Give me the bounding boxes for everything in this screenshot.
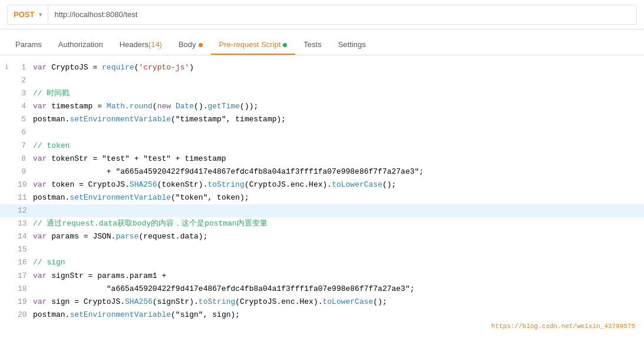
line-number: 10: [18, 178, 33, 191]
code-line: 11postman.setEnvironmentVariable("token"…: [0, 191, 644, 204]
tab-tests[interactable]: Tests: [295, 34, 329, 55]
line-content: var token = CryptoJS.SHA256(tokenStr).to…: [33, 178, 639, 191]
line-number: 5: [18, 113, 33, 126]
line-content: postman.setEnvironmentVariable("timestam…: [33, 113, 639, 126]
footer-link: https://blog.csdn.net/weixin_43799575: [491, 321, 635, 332]
line-content: // 时间戳: [33, 87, 639, 100]
tab-body-dot: [199, 43, 203, 47]
code-line: 7// token: [0, 140, 644, 153]
line-content: var params = JSON.parse(request.data);: [33, 230, 639, 243]
line-number: 2: [18, 74, 33, 87]
code-line: 5postman.setEnvironmentVariable("timesta…: [0, 113, 644, 126]
line-info: i: [5, 62, 14, 73]
tab-pre-request-script[interactable]: Pre-request Script: [211, 34, 296, 55]
chevron-down-icon: ▾: [39, 11, 42, 18]
code-line: 6: [0, 126, 644, 139]
line-number: 8: [18, 153, 33, 165]
code-line: 14var params = JSON.parse(request.data);: [0, 230, 644, 243]
code-line: 8var tokenStr = "test" + "test" + timest…: [0, 153, 644, 165]
code-line: 10var token = CryptoJS.SHA256(tokenStr).…: [0, 178, 644, 191]
line-number: 7: [18, 140, 33, 153]
line-content: + "a665a45920422f9d417e4867efdc4fb8a04a1…: [33, 165, 639, 178]
line-content: var CryptoJS = require('crypto-js'): [33, 61, 639, 74]
code-line: 19var sign = CryptoJS.SHA256(signStr).to…: [0, 296, 644, 309]
code-line: 13// 通过request.data获取body的内容，这个是postman内…: [0, 217, 644, 230]
line-number: 13: [18, 217, 33, 230]
code-line: i1var CryptoJS = require('crypto-js'): [0, 61, 644, 74]
line-content: var signStr = params.param1 +: [33, 270, 639, 283]
tab-settings-label: Settings: [338, 40, 366, 49]
line-number: 17: [18, 270, 33, 283]
code-line: 18 "a665a45920422f9d417e4867efdc4fb8a04a…: [0, 283, 644, 296]
code-line: 17var signStr = params.param1 +: [0, 270, 644, 283]
url-input[interactable]: [48, 5, 637, 25]
line-number: 11: [18, 191, 33, 204]
line-number: 1: [18, 61, 33, 74]
tab-params[interactable]: Params: [7, 34, 50, 55]
tab-pre-request-script-dot: [283, 43, 287, 47]
tab-tests-label: Tests: [303, 40, 321, 49]
line-content: postman.setEnvironmentVariable("sign", s…: [33, 309, 639, 322]
tab-headers-count: (14): [148, 40, 162, 49]
tab-headers-label: Headers: [120, 40, 148, 49]
line-number: 12: [18, 204, 33, 217]
tab-bar: Params Authorization Headers(14) Body Pr…: [0, 29, 644, 55]
top-bar: POST ▾: [0, 0, 644, 29]
line-content: var tokenStr = "test" + "test" + timesta…: [33, 153, 639, 165]
tab-settings[interactable]: Settings: [330, 34, 374, 55]
line-content: "a665a45920422f9d417e4867efdc4fb8a04a1f3…: [33, 283, 639, 296]
tab-body[interactable]: Body: [170, 34, 211, 55]
code-line: 20postman.setEnvironmentVariable("sign",…: [0, 309, 644, 322]
line-number: 6: [18, 126, 33, 139]
line-content: postman.setEnvironmentVariable("token", …: [33, 191, 639, 204]
line-number: 3: [18, 87, 33, 100]
method-label: POST: [14, 10, 34, 19]
code-line: 9 + "a665a45920422f9d417e4867efdc4fb8a04…: [0, 165, 644, 178]
tab-authorization[interactable]: Authorization: [50, 34, 111, 55]
code-line: 3// 时间戳: [0, 87, 644, 100]
line-number: 14: [18, 230, 33, 243]
code-line: 12: [0, 204, 644, 217]
line-content: // token: [33, 140, 639, 153]
line-number: 18: [18, 283, 33, 296]
code-line: 2: [0, 74, 644, 87]
tab-pre-request-script-label: Pre-request Script: [219, 40, 281, 49]
code-line: 15: [0, 243, 644, 256]
line-number: 20: [18, 309, 33, 322]
tab-params-label: Params: [15, 40, 42, 49]
tab-authorization-label: Authorization: [58, 40, 103, 49]
method-select[interactable]: POST ▾: [7, 5, 48, 25]
line-content: var sign = CryptoJS.SHA256(signStr).toSt…: [33, 296, 639, 309]
code-editor[interactable]: i1var CryptoJS = require('crypto-js')23/…: [0, 55, 644, 338]
line-number: 9: [18, 165, 33, 178]
tab-headers[interactable]: Headers(14): [111, 34, 170, 55]
line-number: 16: [18, 256, 33, 269]
line-number: 4: [18, 100, 33, 113]
tab-body-label: Body: [179, 40, 196, 49]
line-number: 15: [18, 243, 33, 256]
code-line: 16// sign: [0, 256, 644, 269]
code-line: 4var timestamp = Math.round(new Date().g…: [0, 100, 644, 113]
line-number: 19: [18, 296, 33, 309]
line-content: // sign: [33, 256, 639, 269]
line-content: // 通过request.data获取body的内容，这个是postman内置变…: [33, 217, 639, 230]
line-content: var timestamp = Math.round(new Date().ge…: [33, 100, 639, 113]
